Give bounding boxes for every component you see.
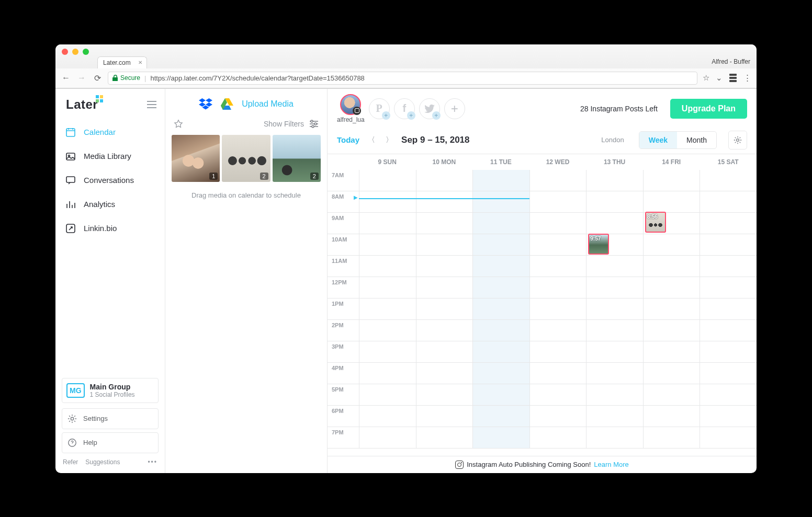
- calendar-cell[interactable]: [416, 384, 473, 406]
- calendar-cell[interactable]: [416, 341, 473, 363]
- calendar-cell[interactable]: [700, 320, 757, 341]
- favorites-filter-icon[interactable]: [174, 119, 183, 129]
- help-button[interactable]: Help: [62, 432, 159, 453]
- calendar-cell[interactable]: [643, 298, 700, 320]
- calendar-cell[interactable]: [416, 277, 473, 298]
- calendar-cell[interactable]: [586, 213, 643, 234]
- browser-tab[interactable]: Later.com ✕: [97, 56, 147, 68]
- prev-week-button[interactable]: 〈: [366, 135, 377, 145]
- add-twitter-button[interactable]: +: [419, 98, 440, 119]
- calendar-cell[interactable]: [586, 170, 643, 191]
- calendar-cell[interactable]: [416, 191, 473, 213]
- calendar-cell[interactable]: [529, 256, 587, 277]
- calendar-cell[interactable]: [700, 363, 757, 384]
- calendar-cell[interactable]: [359, 320, 416, 341]
- dropbox-icon[interactable]: [199, 98, 212, 110]
- calendar-cell[interactable]: [472, 213, 529, 234]
- calendar-cell[interactable]: [359, 363, 416, 384]
- sidebar-item-conversations[interactable]: Conversations: [55, 168, 165, 192]
- calendar-cell[interactable]: [359, 170, 416, 191]
- upload-media-button[interactable]: Upload Media: [242, 99, 294, 109]
- calendar-cell[interactable]: [700, 277, 757, 298]
- calendar-cell[interactable]: [643, 384, 700, 406]
- browser-reload-button[interactable]: ⟳: [92, 73, 103, 83]
- calendar-cell[interactable]: [359, 341, 416, 363]
- sidebar-item-media-library[interactable]: Media Library: [55, 144, 165, 168]
- calendar-cell[interactable]: [529, 298, 587, 320]
- media-thumbnail[interactable]: 2: [273, 135, 321, 182]
- calendar-cell[interactable]: [700, 384, 757, 406]
- window-maximize-button[interactable]: [83, 49, 89, 55]
- calendar-cell[interactable]: [359, 277, 416, 298]
- calendar-cell[interactable]: [643, 277, 700, 298]
- sidebar-item-calendar[interactable]: Calendar: [55, 120, 165, 144]
- calendar-cell[interactable]: [416, 363, 473, 384]
- calendar-cell[interactable]: [416, 170, 473, 191]
- calendar-cell[interactable]: [700, 213, 757, 234]
- calendar-cell[interactable]: [529, 213, 587, 234]
- calendar-cell[interactable]: [472, 234, 529, 256]
- window-minimize-button[interactable]: [72, 49, 78, 55]
- calendar-cell[interactable]: [416, 298, 473, 320]
- media-thumbnail[interactable]: 2: [222, 135, 270, 182]
- chrome-profile-label[interactable]: Alfred - Buffer: [712, 58, 750, 65]
- sidebar-item-linkinbio[interactable]: Linkin.bio: [55, 216, 165, 240]
- calendar-cell[interactable]: [586, 277, 643, 298]
- calendar-cell[interactable]: [416, 256, 473, 277]
- calendar-cell[interactable]: [416, 406, 473, 427]
- scheduled-post[interactable]: 8:56: [645, 212, 666, 233]
- calendar-cell[interactable]: [472, 170, 529, 191]
- calendar-cell[interactable]: [472, 320, 529, 341]
- calendar-cell[interactable]: [359, 427, 416, 449]
- suggestions-link[interactable]: Suggestions: [85, 458, 120, 466]
- calendar-cell[interactable]: [643, 170, 700, 191]
- bookmark-star-icon[interactable]: ☆: [703, 73, 709, 83]
- calendar-cell[interactable]: [643, 320, 700, 341]
- calendar-cell[interactable]: [359, 191, 416, 213]
- window-close-button[interactable]: [62, 49, 68, 55]
- calendar-cell[interactable]: [416, 320, 473, 341]
- calendar-cell[interactable]: [416, 427, 473, 449]
- calendar-cell[interactable]: [586, 298, 643, 320]
- calendar-cell[interactable]: [359, 213, 416, 234]
- calendar-cell[interactable]: [700, 406, 757, 427]
- google-drive-icon[interactable]: [221, 98, 233, 110]
- next-week-button[interactable]: 〉: [384, 135, 395, 145]
- calendar-cell[interactable]: [472, 427, 529, 449]
- calendar-cell[interactable]: [586, 363, 643, 384]
- sidebar-item-analytics[interactable]: Analytics: [55, 192, 165, 216]
- calendar-cell[interactable]: [586, 384, 643, 406]
- calendar-cell[interactable]: [643, 234, 700, 256]
- calendar-cell[interactable]: [586, 320, 643, 341]
- calendar-cell[interactable]: [359, 384, 416, 406]
- calendar-cell[interactable]: [529, 341, 587, 363]
- calendar-cell[interactable]: [586, 427, 643, 449]
- calendar-cell[interactable]: [472, 191, 529, 213]
- browser-back-button[interactable]: ←: [61, 73, 71, 83]
- buffer-extension-icon[interactable]: [729, 74, 737, 82]
- browser-menu-icon[interactable]: ⋮: [743, 73, 751, 83]
- calendar-cell[interactable]: [472, 341, 529, 363]
- calendar-cell[interactable]: [472, 277, 529, 298]
- calendar-cell[interactable]: [643, 363, 700, 384]
- pocket-icon[interactable]: ⌄: [716, 73, 723, 83]
- calendar-cell[interactable]: [586, 191, 643, 213]
- later-logo[interactable]: Later: [66, 97, 98, 112]
- calendar-cell[interactable]: [586, 406, 643, 427]
- calendar-cell[interactable]: [359, 298, 416, 320]
- calendar-cell[interactable]: [472, 363, 529, 384]
- calendar-cell[interactable]: [700, 170, 757, 191]
- sidebar-toggle-button[interactable]: [147, 101, 156, 108]
- month-view-button[interactable]: Month: [677, 132, 716, 148]
- calendar-cell[interactable]: [529, 406, 587, 427]
- calendar-cell[interactable]: [416, 234, 473, 256]
- group-card[interactable]: MG Main Group 1 Social Profiles: [62, 378, 159, 403]
- profile-avatar[interactable]: [340, 94, 361, 115]
- calendar-cell[interactable]: [586, 341, 643, 363]
- calendar-cell[interactable]: [359, 234, 416, 256]
- timezone-label[interactable]: London: [601, 136, 624, 144]
- calendar-cell[interactable]: [472, 384, 529, 406]
- browser-forward-button[interactable]: →: [76, 73, 87, 83]
- calendar-cell[interactable]: [529, 234, 587, 256]
- calendar-cell[interactable]: [529, 170, 587, 191]
